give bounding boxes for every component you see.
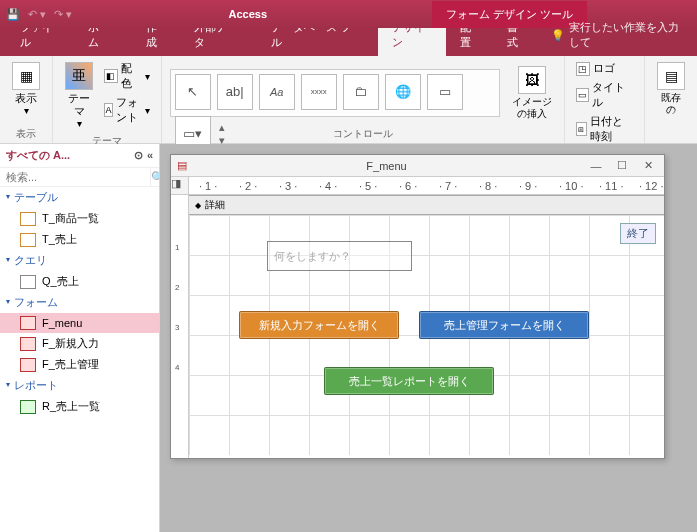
insert-image-button[interactable]: 🖼 イメージ の挿入 — [508, 64, 556, 122]
detail-grid[interactable]: 何をしますか？ 終了 新規入力フォームを開く 売上管理フォームを開く 売上一覧レ… — [189, 215, 664, 455]
fields-icon: ▤ — [657, 62, 685, 90]
group-headerfooter: ◳ロゴ ▭タイトル ⧆日付と時刻 ヘッダー/フッター — [565, 56, 645, 143]
exit-button[interactable]: 終了 — [620, 223, 656, 244]
undo-icon[interactable]: ↶ ▾ — [28, 8, 46, 21]
form-icon — [20, 316, 36, 330]
nav-group-forms[interactable]: フォーム — [0, 292, 159, 313]
prompt-label[interactable]: 何をしますか？ — [267, 241, 412, 271]
section-header-detail[interactable]: 詳細 — [189, 195, 664, 215]
nav-pane: すべての A... ⊙ « 🔍 テーブル T_商品一覧 T_売上 クエリ Q_売… — [0, 144, 160, 532]
search-icon[interactable]: 🔍 — [150, 168, 160, 186]
group-view: ▦ 表示▾ 表示 — [0, 56, 53, 143]
palette-icon: ◧ — [104, 69, 118, 83]
maximize-button[interactable]: ☐ — [612, 159, 632, 172]
table-icon — [20, 212, 36, 226]
fonts-button[interactable]: Aフォント ▾ — [101, 94, 153, 126]
open-new-input-button[interactable]: 新規入力フォームを開く — [239, 311, 399, 339]
form-title: F_menu — [193, 160, 580, 172]
logo-icon: ◳ — [576, 62, 590, 76]
button-icon[interactable]: xxxx — [301, 74, 337, 110]
search-input[interactable] — [0, 168, 150, 186]
tab-icon[interactable]: 🗀 — [343, 74, 379, 110]
nav-item[interactable]: F_menu — [0, 313, 159, 333]
nav-search: 🔍 — [0, 168, 159, 187]
open-sales-report-button[interactable]: 売上一覧レポートを開く — [324, 367, 494, 395]
group-tools: ▤ 既存の — [645, 56, 697, 143]
group-theme: 亜 テーマ▾ ◧配色 ▾ Aフォント ▾ テーマ — [53, 56, 162, 143]
view-button[interactable]: ▦ 表示▾ — [8, 60, 44, 119]
nav-item[interactable]: Q_売上 — [0, 271, 159, 292]
view-icon: ▦ — [12, 62, 40, 90]
theme-icon: 亜 — [65, 62, 93, 90]
label-icon[interactable]: Aa — [259, 74, 295, 110]
redo-icon[interactable]: ↷ ▾ — [54, 8, 72, 21]
title-button[interactable]: ▭タイトル — [573, 79, 636, 111]
workspace: すべての A... ⊙ « 🔍 テーブル T_商品一覧 T_売上 クエリ Q_売… — [0, 144, 697, 532]
existing-fields-button[interactable]: ▤ 既存の — [653, 60, 689, 118]
date-button[interactable]: ⧆日付と時刻 — [573, 113, 636, 145]
font-icon: A — [104, 103, 113, 117]
nav-item[interactable]: T_売上 — [0, 229, 159, 250]
nav-group-queries[interactable]: クエリ — [0, 250, 159, 271]
form-titlebar[interactable]: ▤ F_menu — ☐ ✕ — [171, 155, 664, 177]
v-ruler: 1234 — [171, 195, 189, 458]
nav-item[interactable]: F_売上管理 — [0, 354, 159, 375]
collapse-icon[interactable]: ⊙ — [134, 149, 143, 162]
form-icon — [20, 358, 36, 372]
chevron-down-icon[interactable]: « — [147, 149, 153, 162]
link-icon[interactable]: 🌐 — [385, 74, 421, 110]
bulb-icon: 💡 — [551, 29, 565, 42]
nav-item[interactable]: F_新規入力 — [0, 333, 159, 354]
save-icon[interactable]: 💾 — [6, 8, 20, 21]
nav-item[interactable]: T_商品一覧 — [0, 208, 159, 229]
ribbon: ▦ 表示▾ 表示 亜 テーマ▾ ◧配色 ▾ Aフォント ▾ テーマ ↖ ab| … — [0, 56, 697, 144]
nav-group-reports[interactable]: レポート — [0, 375, 159, 396]
form-window: ▤ F_menu — ☐ ✕ ◨ · 1 ·· 2 ·· 3 ·· 4 ·· 5… — [170, 154, 665, 459]
form-icon: ▤ — [177, 159, 187, 172]
ribbon-tabs: ファイル ホーム 作成 外部データ データベース ツール デザイン 配置 書式 … — [0, 28, 697, 56]
colors-button[interactable]: ◧配色 ▾ — [101, 60, 153, 92]
design-canvas: ▤ F_menu — ☐ ✕ ◨ · 1 ·· 2 ·· 3 ·· 4 ·· 5… — [160, 144, 697, 532]
nav-group-tables[interactable]: テーブル — [0, 187, 159, 208]
app-title: Access — [229, 8, 268, 20]
title-icon: ▭ — [576, 88, 589, 102]
nav-item[interactable]: R_売上一覧 — [0, 396, 159, 417]
table-icon — [20, 233, 36, 247]
date-icon: ⧆ — [576, 122, 587, 136]
logo-button[interactable]: ◳ロゴ — [573, 60, 636, 77]
select-tool-icon[interactable]: ↖ — [175, 74, 211, 110]
group-controls: ↖ ab| Aa xxxx 🗀 🌐 ▭ ▭▾ ▴▾ 🖼 イメージ の挿入 コント… — [162, 56, 565, 143]
tell-me[interactable]: 💡実行したい作業を入力して — [541, 14, 697, 56]
controls-gallery[interactable]: ↖ ab| Aa xxxx 🗀 🌐 ▭ ▭▾ ▴▾ — [170, 69, 500, 117]
image-icon: 🖼 — [518, 66, 546, 94]
query-icon — [20, 275, 36, 289]
textbox-icon[interactable]: ab| — [217, 74, 253, 110]
close-button[interactable]: ✕ — [638, 159, 658, 172]
ruler-corner[interactable]: ◨ — [171, 177, 189, 195]
report-icon — [20, 400, 36, 414]
form-icon — [20, 337, 36, 351]
open-sales-mgmt-button[interactable]: 売上管理フォームを開く — [419, 311, 589, 339]
minimize-button[interactable]: — — [586, 160, 606, 172]
nav-icon[interactable]: ▭ — [427, 74, 463, 110]
h-ruler: ◨ · 1 ·· 2 ·· 3 ·· 4 ·· 5 ·· 6 ·· 7 ·· 8… — [171, 177, 664, 195]
design-surface[interactable]: 詳細 何をしますか？ 終了 新規入力フォームを開く 売上管理フォームを開く 売上… — [189, 195, 664, 458]
nav-header[interactable]: すべての A... ⊙ « — [0, 144, 159, 168]
theme-button[interactable]: 亜 テーマ▾ — [61, 60, 97, 132]
